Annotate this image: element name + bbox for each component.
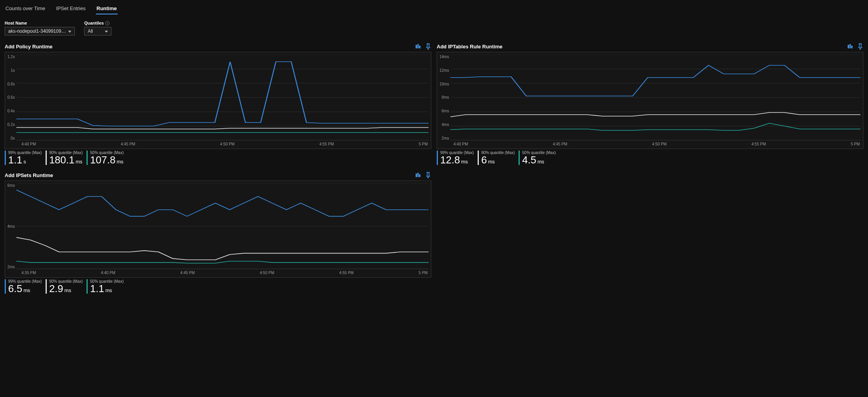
quantiles-label: Quantiles i — [84, 21, 111, 25]
legend-unit: s — [23, 159, 26, 165]
legend-unit: ms — [23, 287, 30, 293]
legend-value: 2.9 — [49, 284, 63, 294]
x-tick: 5 PM — [419, 142, 428, 146]
x-tick: 4:50 PM — [652, 142, 667, 146]
chart-svg — [16, 55, 429, 140]
x-axis: 4:40 PM4:45 PM4:50 PM4:55 PM5 PM — [439, 140, 861, 149]
quantiles-label-text: Quantiles — [84, 21, 104, 25]
legend-value: 6 — [481, 155, 487, 165]
y-tick: 1s — [11, 68, 15, 73]
svg-rect-11 — [850, 44, 851, 48]
svg-rect-1 — [418, 44, 419, 48]
y-tick: 8ms — [442, 95, 449, 99]
tab-ipset[interactable]: IPSet Entries — [55, 3, 86, 14]
x-tick: 4:40 PM — [21, 142, 36, 146]
hostname-select[interactable]: aks-nodepool1-34099109… — [5, 27, 75, 35]
legend-item[interactable]: 90% quantile (Max)6ms — [478, 151, 515, 165]
legend-value: 1.1 — [90, 284, 104, 294]
x-tick: 4:55 PM — [339, 271, 354, 275]
x-tick: 5 PM — [419, 271, 428, 275]
tab-runtime[interactable]: Runtime — [96, 3, 118, 14]
chart-grid: Add Policy Runtime1.2s1s0.8s0.6s0.4s0.2s… — [0, 40, 868, 299]
legend-unit: ms — [537, 159, 544, 165]
panel-title: Add IPSets Runtime — [5, 172, 53, 178]
x-tick: 4:45 PM — [553, 142, 567, 146]
panel-actions — [415, 43, 431, 50]
y-tick: 2ms — [442, 136, 449, 140]
y-tick: 6ms — [7, 183, 15, 188]
legend-row: 99% quantile (Max)6.5ms90% quantile (Max… — [5, 278, 431, 294]
svg-rect-22 — [419, 174, 420, 177]
y-tick: 4ms — [442, 122, 449, 127]
x-tick: 4:55 PM — [319, 142, 334, 146]
chart-svg — [16, 183, 429, 269]
y-tick: 6ms — [442, 109, 449, 113]
svg-rect-21 — [418, 173, 419, 177]
legend-value: 1.1 — [8, 155, 22, 165]
quantiles-select[interactable]: All — [84, 27, 111, 35]
x-tick: 5 PM — [851, 142, 860, 146]
filter-bar: Host Name aks-nodepool1-34099109… Quanti… — [0, 14, 868, 40]
log-analytics-icon[interactable] — [415, 43, 421, 50]
legend-item[interactable]: 50% quantile (Max)107.8ms — [86, 151, 123, 165]
legend-value: 6.5 — [8, 284, 22, 294]
y-tick: 0.4s — [7, 109, 15, 113]
chart-panel-policy: Add Policy Runtime1.2s1s0.8s0.6s0.4s0.2s… — [5, 43, 431, 166]
x-tick: 4:50 PM — [220, 142, 235, 146]
chart-panel-ipsets: Add IPSets Runtime6ms4ms2ms4:35 PM4:40 P… — [5, 171, 431, 294]
hostname-filter-group: Host Name aks-nodepool1-34099109… — [5, 21, 75, 35]
series-line — [16, 62, 429, 126]
info-icon[interactable]: i — [105, 21, 109, 25]
hostname-label: Host Name — [5, 21, 75, 25]
legend-row: 99% quantile (Max)12.8ms90% quantile (Ma… — [437, 149, 863, 166]
x-tick: 4:50 PM — [260, 271, 274, 275]
y-axis: 6ms4ms2ms — [7, 183, 16, 269]
plot-area[interactable]: 1.2s1s0.8s0.6s0.4s0.2s0s — [7, 55, 429, 140]
plot-box: 1.2s1s0.8s0.6s0.4s0.2s0s4:40 PM4:45 PM4:… — [5, 52, 431, 149]
legend-unit: ms — [461, 159, 468, 165]
panel-header: Add IPSets Runtime — [5, 171, 431, 181]
plot-area[interactable]: 14ms12ms10ms8ms6ms4ms2ms — [439, 55, 861, 140]
pin-icon[interactable] — [857, 43, 863, 50]
plot-box: 6ms4ms2ms4:35 PM4:40 PM4:45 PM4:50 PM4:5… — [5, 181, 431, 278]
pin-icon[interactable] — [425, 172, 431, 178]
svg-rect-2 — [419, 46, 420, 48]
plot-area[interactable]: 6ms4ms2ms — [7, 183, 429, 269]
legend-item[interactable]: 90% quantile (Max)2.9ms — [46, 279, 83, 294]
legend-unit: ms — [488, 159, 495, 165]
legend-item[interactable]: 99% quantile (Max)6.5ms — [5, 279, 42, 294]
y-tick: 10ms — [439, 82, 449, 86]
y-tick: 0.2s — [7, 122, 15, 127]
series-line — [450, 123, 861, 130]
x-axis: 4:40 PM4:45 PM4:50 PM4:55 PM5 PM — [7, 140, 429, 149]
legend-item[interactable]: 90% quantile (Max)180.1ms — [46, 151, 83, 165]
legend-value: 4.5 — [522, 155, 536, 165]
legend-item[interactable]: 50% quantile (Max)1.1ms — [86, 279, 123, 294]
legend-row: 99% quantile (Max)1.1s90% quantile (Max)… — [5, 149, 431, 166]
x-tick: 4:35 PM — [21, 271, 36, 275]
y-axis: 14ms12ms10ms8ms6ms4ms2ms — [439, 55, 450, 140]
series-line — [16, 190, 429, 216]
log-analytics-icon[interactable] — [847, 43, 853, 50]
tab-counts[interactable]: Counts over Time — [5, 3, 46, 14]
series-line — [450, 66, 861, 96]
svg-rect-0 — [416, 45, 417, 48]
legend-value: 107.8 — [90, 155, 115, 165]
y-tick: 0.8s — [7, 82, 15, 86]
panel-header: Add IPTables Rule Runtime — [437, 43, 863, 52]
x-tick: 4:40 PM — [453, 142, 468, 146]
series-line — [16, 261, 429, 263]
x-axis: 4:35 PM4:40 PM4:45 PM4:50 PM4:55 PM5 PM — [7, 269, 429, 277]
legend-value: 12.8 — [440, 155, 460, 165]
legend-item[interactable]: 99% quantile (Max)12.8ms — [437, 151, 474, 165]
legend-item[interactable]: 99% quantile (Max)1.1s — [5, 151, 42, 165]
y-tick: 1.2s — [7, 55, 15, 59]
panel-title: Add Policy Runtime — [5, 44, 53, 50]
legend-unit: ms — [116, 159, 123, 165]
panel-actions — [415, 172, 431, 178]
svg-rect-20 — [416, 174, 417, 177]
log-analytics-icon[interactable] — [415, 172, 421, 178]
panel-header: Add Policy Runtime — [5, 43, 431, 52]
pin-icon[interactable] — [425, 43, 431, 50]
legend-item[interactable]: 50% quantile (Max)4.5ms — [519, 151, 556, 165]
